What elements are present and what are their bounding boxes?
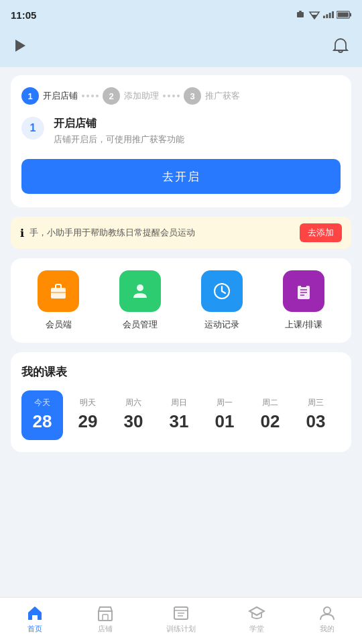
step-1-label: 开启店铺 — [43, 90, 78, 102]
play-button[interactable] — [11, 36, 29, 55]
svg-rect-7 — [332, 11, 334, 18]
nav-store[interactable]: 店铺 — [88, 600, 122, 638]
svg-rect-18 — [301, 284, 306, 287]
nav-home[interactable]: 首页 — [18, 600, 52, 638]
svg-rect-9 — [349, 13, 351, 16]
member-manage-icon — [119, 270, 161, 312]
nav-academy-label: 学堂 — [249, 624, 264, 634]
notice-left: ℹ 手，小助手用于帮助教练日常提醒会员运动 — [20, 227, 294, 239]
day-02-num: 02 — [261, 411, 280, 432]
day-today[interactable]: 今天 28 — [21, 390, 63, 440]
main-content: 1 开启店铺 2 添加助理 3 推广获客 1 开启店铺 店铺开启后，可使用推广 — [0, 67, 362, 517]
bottom-nav: 首页 店铺 训练计划 学堂 我的 — [0, 597, 362, 644]
bell-icon — [332, 37, 349, 54]
day-30-label: 周六 — [125, 397, 141, 409]
open-store-button[interactable]: 去开启 — [21, 159, 341, 194]
day-01[interactable]: 周一 01 — [204, 390, 245, 440]
schedule-section: 我的课表 今天 28 明天 29 周六 30 周日 31 — [11, 352, 351, 452]
step-detail-desc: 店铺开启后，可使用推广获客功能 — [54, 133, 184, 146]
schedule-title: 我的课表 — [21, 364, 341, 380]
day-29-label: 明天 — [80, 397, 96, 409]
android-icon — [295, 9, 306, 20]
day-01-label: 周一 — [217, 397, 233, 409]
step-3-circle: 3 — [184, 87, 201, 105]
action-class-schedule[interactable]: 上课/排课 — [283, 270, 324, 331]
briefcase-icon — [48, 281, 68, 301]
add-assistant-button[interactable]: 去添加 — [300, 223, 342, 242]
action-member-manage[interactable]: 会员管理 — [119, 270, 161, 331]
day-03-label: 周三 — [308, 397, 324, 409]
day-02-label: 周二 — [262, 397, 278, 409]
svg-rect-23 — [103, 614, 108, 621]
schedule-days: 今天 28 明天 29 周六 30 周日 31 周一 01 — [21, 390, 341, 440]
nav-mine-label: 我的 — [320, 624, 335, 634]
home-icon — [26, 604, 44, 622]
step-detail-text: 开启店铺 店铺开启后，可使用推广获客功能 — [54, 117, 184, 146]
step-dots-1 — [82, 95, 99, 97]
signal-icon — [323, 11, 334, 19]
nav-academy[interactable]: 学堂 — [240, 600, 274, 638]
svg-rect-5 — [326, 14, 328, 18]
day-03[interactable]: 周三 03 — [295, 390, 337, 440]
step-2-label: 添加助理 — [124, 90, 159, 102]
step-3-label: 推广获客 — [205, 90, 240, 102]
nav-training-label: 训练计划 — [166, 624, 196, 634]
member-app-icon — [38, 270, 79, 312]
status-bar: 11:05 — [0, 0, 362, 30]
svg-rect-6 — [329, 13, 331, 18]
svg-line-16 — [222, 291, 225, 293]
action-sports-record[interactable]: 运动记录 — [201, 270, 243, 331]
status-time: 11:05 — [11, 9, 36, 21]
svg-rect-12 — [51, 292, 66, 293]
day-03-num: 03 — [306, 411, 326, 432]
bell-button[interactable] — [330, 35, 351, 56]
step-detail-title: 开启店铺 — [54, 117, 184, 131]
member-manage-label: 会员管理 — [123, 319, 158, 331]
day-today-label: 今天 — [34, 397, 50, 409]
day-29[interactable]: 明天 29 — [67, 390, 109, 440]
member-app-label: 会员端 — [46, 319, 72, 331]
battery-icon — [337, 11, 351, 19]
sports-record-label: 运动记录 — [204, 319, 239, 331]
svg-point-28 — [324, 607, 330, 614]
day-30-num: 30 — [124, 411, 143, 432]
day-31-label: 周日 — [171, 397, 187, 409]
nav-training[interactable]: 训练计划 — [158, 600, 204, 638]
steps-card: 1 开启店铺 2 添加助理 3 推广获客 1 开启店铺 店铺开启后，可使用推广 — [11, 75, 351, 207]
class-schedule-label: 上课/排课 — [285, 319, 322, 331]
svg-rect-0 — [297, 12, 304, 17]
nav-store-label: 店铺 — [98, 624, 113, 634]
step-dots-2 — [163, 95, 180, 97]
nav-mine[interactable]: 我的 — [310, 600, 344, 638]
training-icon — [172, 604, 190, 622]
step-1-circle: 1 — [21, 87, 39, 105]
step-2-circle: 2 — [103, 87, 120, 105]
steps-header: 1 开启店铺 2 添加助理 3 推广获客 — [21, 87, 341, 105]
day-29-num: 29 — [78, 411, 98, 432]
person-icon — [130, 281, 150, 301]
action-member-app[interactable]: 会员端 — [38, 270, 79, 331]
academy-icon — [248, 604, 265, 622]
svg-rect-4 — [323, 15, 325, 18]
day-02[interactable]: 周二 02 — [249, 390, 291, 440]
clock-icon — [212, 281, 232, 301]
day-30[interactable]: 周六 30 — [113, 390, 154, 440]
svg-rect-22 — [99, 611, 112, 621]
sports-record-icon — [201, 270, 243, 312]
day-31[interactable]: 周日 31 — [158, 390, 200, 440]
notice-icon: ℹ — [20, 227, 24, 239]
svg-point-13 — [137, 284, 143, 291]
notice-text: 手，小助手用于帮助教练日常提醒会员运动 — [29, 227, 195, 239]
mine-icon — [318, 604, 336, 622]
step-detail-num: 1 — [21, 117, 44, 140]
step-2: 2 添加助理 — [103, 87, 159, 105]
svg-marker-3 — [311, 15, 318, 19]
svg-rect-10 — [338, 13, 349, 17]
play-icon — [15, 40, 25, 52]
step-3: 3 推广获客 — [184, 87, 240, 105]
class-schedule-icon — [283, 270, 324, 312]
status-icons — [295, 9, 351, 20]
day-01-num: 01 — [215, 411, 235, 432]
svg-rect-1 — [299, 11, 302, 12]
nav-home-label: 首页 — [27, 624, 42, 634]
